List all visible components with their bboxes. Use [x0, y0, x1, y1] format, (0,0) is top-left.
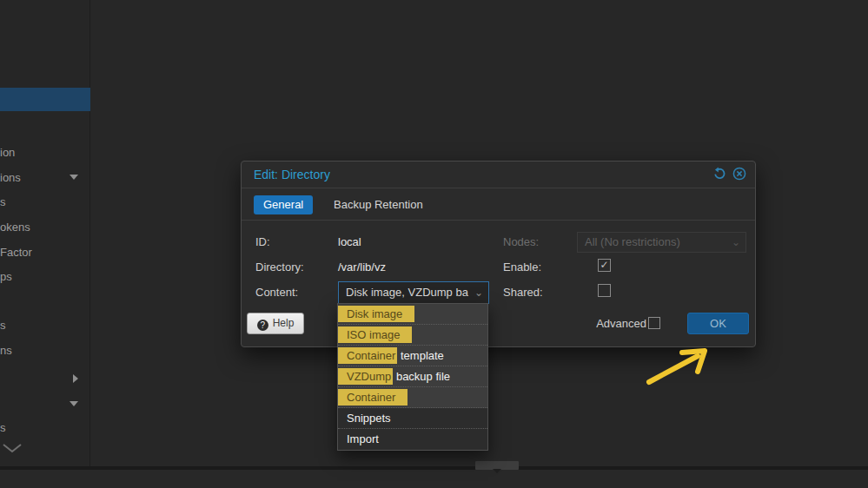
dropdown-option-label: template [397, 349, 443, 362]
dialog-footer: ?Help Advanced OK [242, 307, 755, 346]
sidebar-item-label: Factor [0, 245, 32, 260]
sidebar-item-label: s [0, 195, 6, 210]
sidebar-item[interactable]: ps [0, 269, 90, 285]
content-dropdown[interactable]: Disk image, VZDump ba ⌄ [338, 281, 489, 304]
id-label: ID: [255, 235, 270, 249]
sidebar-item[interactable] [0, 397, 90, 412]
marker-highlight: VZDump [338, 368, 393, 385]
annotation-arrow-icon [637, 342, 717, 387]
sidebar-item-label: ps [0, 269, 12, 285]
scroll-down-chevron-icon[interactable] [2, 443, 23, 453]
sidebar-item[interactable] [0, 372, 90, 387]
dropdown-option[interactable]: Import [338, 429, 487, 450]
dialog-tabbar: General Backup Retention [242, 189, 755, 221]
bottom-log-panel [0, 470, 868, 488]
sidebar-item-selected[interactable] [0, 88, 90, 111]
nodes-label: Nodes: [503, 235, 539, 249]
sidebar-nav: ionionssokensFactorpssnss [0, 0, 90, 467]
id-value: local [338, 235, 361, 249]
dropdown-option-label: Import [347, 432, 379, 445]
dropdown-option-label: Snippets [347, 412, 391, 425]
dropdown-option-label: backup file [393, 370, 450, 383]
dropdown-option[interactable]: ISO image [338, 325, 487, 346]
dropdown-option[interactable]: Container template [338, 346, 487, 366]
chevron-down-icon[interactable] [70, 175, 78, 180]
edit-directory-dialog: Edit: Directory General Backup Retention… [241, 161, 756, 347]
sidebar-item[interactable]: ions [0, 170, 90, 186]
help-button[interactable]: ?Help [247, 313, 304, 334]
sidebar-item-label: ions [0, 170, 21, 186]
tab-general[interactable]: General [254, 195, 313, 214]
help-icon: ? [257, 320, 268, 331]
dropdown-option[interactable]: VZDump backup file [338, 366, 487, 387]
nodes-dropdown: All (No restrictions) ⌄ [577, 232, 746, 253]
chevron-right-icon[interactable] [73, 374, 78, 383]
sidebar-item-label: ns [0, 343, 12, 359]
advanced-checkbox[interactable] [648, 317, 660, 329]
sidebar-item[interactable]: Factor [0, 245, 90, 260]
ok-button[interactable]: OK [687, 313, 749, 334]
marker-highlight: Disk image [338, 306, 414, 322]
close-icon[interactable] [732, 167, 746, 181]
enable-checkbox[interactable]: ✓ [598, 259, 611, 272]
ok-button-label: OK [710, 317, 726, 330]
sidebar-item[interactable]: ion [0, 145, 90, 161]
marker-highlight: ISO image [338, 326, 412, 343]
sidebar-item-label: s [0, 420, 6, 436]
shared-label: Shared: [503, 286, 543, 300]
marker-highlight: Container [338, 389, 407, 406]
content-dropdown-list: Disk imageISO imageContainer templateVZD… [337, 303, 488, 451]
sidebar-item-label: s [0, 318, 6, 333]
content-label: Content: [255, 286, 298, 300]
marker-highlight: Container [338, 347, 397, 364]
sidebar-item[interactable]: ns [0, 343, 90, 359]
nodes-dropdown-value: All (No restrictions) [585, 235, 680, 248]
dialog-title: Edit: Directory [254, 168, 330, 181]
directory-value: /var/lib/vz [338, 260, 386, 274]
sidebar-item[interactable]: s [0, 318, 90, 333]
directory-label: Directory: [255, 260, 304, 274]
chevron-down-icon: ⌄ [474, 282, 483, 303]
chevron-down-icon: ⌄ [732, 233, 740, 252]
dialog-header[interactable]: Edit: Directory [242, 162, 755, 188]
sidebar-item-label: okens [0, 220, 30, 235]
content-dropdown-value: Disk image, VZDump ba [346, 286, 468, 299]
tab-backup-retention[interactable]: Backup Retention [324, 195, 433, 214]
sidebar-item[interactable]: okens [0, 220, 90, 235]
sidebar-item[interactable]: s [0, 195, 90, 210]
splitter-collapse-handle[interactable] [475, 461, 519, 470]
dropdown-option[interactable]: Snippets [338, 408, 487, 429]
chevron-down-icon[interactable] [70, 401, 78, 406]
help-button-label: Help [273, 317, 295, 329]
sidebar-item[interactable]: s [0, 420, 90, 436]
undo-icon[interactable] [712, 167, 726, 181]
enable-label: Enable: [503, 260, 541, 274]
advanced-label: Advanced [596, 317, 646, 330]
dropdown-option[interactable]: Container [338, 387, 487, 408]
collapse-down-icon [493, 469, 501, 473]
shared-checkbox[interactable] [598, 284, 611, 297]
dropdown-option[interactable]: Disk image [338, 304, 487, 325]
sidebar-item-label: ion [0, 145, 15, 161]
